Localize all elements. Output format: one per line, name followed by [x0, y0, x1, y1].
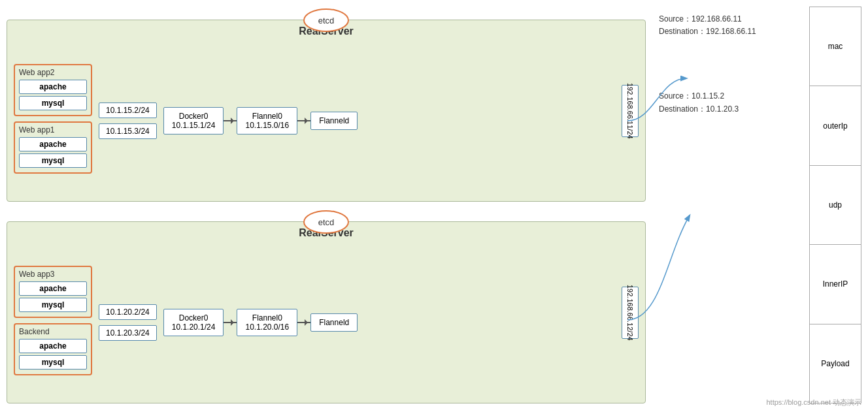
flanneld-box-1: Flanneld [310, 112, 358, 130]
inner-ip-info: Source：10.1.15.2 Destination：10.1.20.3 [659, 90, 803, 115]
backend-apache: apache [19, 339, 87, 353]
ip-box-2b: 10.1.20.3/24 [99, 325, 157, 341]
protocol-cell-mac: mac [810, 7, 861, 86]
arrow-docker-flannel0-2 [224, 322, 237, 323]
apps-column-2: Web app3 apache mysql Backend apache mys… [14, 266, 92, 375]
arrow-flannel0-flanneld-1 [297, 120, 310, 121]
backend-box: Backend apache mysql [14, 323, 92, 375]
vertical-ip-1: 192.168.66.11/24 [622, 85, 639, 137]
footer-text: https://blog.csdn.net 动态演示 [766, 398, 861, 407]
web-app1-title: Web app1 [19, 125, 87, 134]
outer-ip-info: Source：192.168.66.11 Destination：192.168… [659, 13, 803, 38]
network-column-2: 10.1.20.2/24 10.1.20.3/24 [99, 304, 157, 341]
flannel0-box-1: Flannel0 10.1.15.0/16 [237, 107, 297, 134]
arrow-flannel0-flanneld-2 [297, 322, 310, 323]
web-app3-box: Web app3 apache mysql [14, 266, 92, 318]
web-app2-box: Web app2 apache mysql [14, 64, 92, 116]
apps-column-1: Web app2 apache mysql Web app1 apache my… [14, 64, 92, 174]
info-texts: Source：192.168.66.11 Destination：192.168… [652, 7, 809, 122]
protocol-cell-payload: Payload [810, 324, 861, 403]
etcd-oval-1: etcd [303, 8, 349, 32]
backend-title: Backend [19, 327, 87, 336]
web-app1-mysql: mysql [19, 153, 87, 168]
backend-mysql: mysql [19, 355, 87, 370]
protocol-table: mac outerIp udp InnerIP Payload [809, 7, 861, 403]
docker0-box-2: Docker0 10.1.20.1/24 [163, 309, 224, 336]
right-info-panel: Source：192.168.66.11 Destination：192.168… [652, 7, 861, 403]
docker0-box-1: Docker0 10.1.15.1/24 [163, 107, 224, 134]
ip-box-1b: 10.1.15.3/24 [99, 123, 157, 139]
flanneld-box-2: Flanneld [310, 313, 358, 332]
protocol-cell-innerip: InnerIP [810, 245, 861, 324]
web-app3-apache: apache [19, 281, 87, 296]
web-app2-title: Web app2 [19, 68, 87, 77]
web-app2-apache: apache [19, 80, 87, 94]
vertical-ip-2: 192.168.66.12/24 [622, 287, 639, 339]
chain-row-2: Docker0 10.1.20.1/24 Flannel0 10.1.20.0/… [163, 309, 358, 336]
web-app3-title: Web app3 [19, 270, 87, 279]
server-block-2: etcd RealServer Web app3 apache mysql Ba… [7, 221, 646, 403]
chain-row-1: Docker0 10.1.15.1/24 Flannel0 10.1.15.0/… [163, 107, 358, 134]
flannel0-box-2: Flannel0 10.1.20.0/16 [237, 309, 297, 336]
web-app2-mysql: mysql [19, 96, 87, 110]
protocol-cell-udp: udp [810, 166, 861, 245]
ip-box-1a: 10.1.15.2/24 [99, 102, 157, 118]
etcd-oval-2: etcd [303, 210, 349, 234]
arrow-docker-flannel0-1 [224, 120, 237, 121]
web-app3-mysql: mysql [19, 298, 87, 312]
protocol-cell-outerip: outerIp [810, 86, 861, 165]
network-column-1: 10.1.15.2/24 10.1.15.3/24 [99, 102, 157, 139]
web-app1-box: Web app1 apache mysql [14, 121, 92, 174]
server-block-1: etcd RealServer Web app2 apache mysql We… [7, 20, 646, 202]
ip-box-2a: 10.1.20.2/24 [99, 304, 157, 320]
web-app1-apache: apache [19, 137, 87, 151]
